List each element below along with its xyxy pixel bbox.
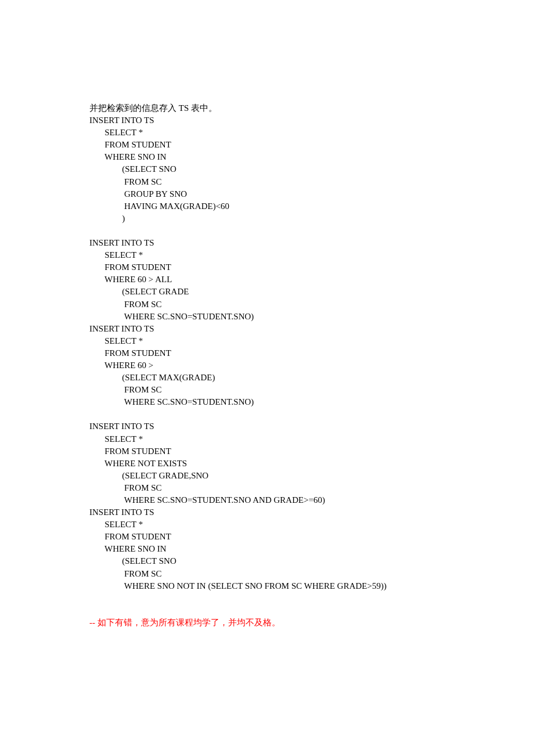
code-line: (SELECT SNO [89, 555, 534, 567]
code-line: FROM STUDENT [89, 139, 534, 151]
code-line: WHERE SNO NOT IN (SELECT SNO FROM SC WHE… [89, 580, 534, 592]
code-line: -- 如下有错，意为所有课程均学了，并均不及格。 [89, 617, 534, 629]
code-line: (SELECT SNO [89, 163, 534, 175]
code-line: SELECT * [89, 519, 534, 531]
code-line: FROM SC [89, 482, 534, 494]
code-line: WHERE SNO IN [89, 543, 534, 555]
code-line: SELECT * [89, 127, 534, 139]
code-line: INSERT INTO TS [89, 114, 534, 127]
code-line: INSERT INTO TS [89, 237, 534, 249]
code-line: ) [89, 213, 534, 225]
code-line: WHERE SC.SNO=STUDENT.SNO AND GRADE>=60) [89, 494, 534, 506]
code-line: WHERE 60 > [89, 359, 534, 372]
code-line: SELECT * [89, 335, 534, 347]
code-line: INSERT INTO TS [89, 323, 534, 335]
code-line: WHERE NOT EXISTS [89, 458, 534, 470]
code-line: FROM SC [89, 568, 534, 580]
code-line [89, 604, 534, 617]
code-line: FROM SC [89, 298, 534, 311]
code-line [89, 225, 534, 237]
code-line: HAVING MAX(GRADE)<60 [89, 200, 534, 213]
document-body: 并把检索到的信息存入 TS 表中。INSERT INTO TS SELECT *… [0, 0, 534, 756]
code-line: (SELECT GRADE [89, 286, 534, 298]
code-line [89, 592, 534, 604]
code-line: WHERE SC.SNO=STUDENT.SNO) [89, 396, 534, 408]
code-line: INSERT INTO TS [89, 420, 534, 433]
code-line: FROM STUDENT [89, 531, 534, 543]
code-line: SELECT * [89, 249, 534, 261]
code-line: GROUP BY SNO [89, 188, 534, 200]
code-line: WHERE SNO IN [89, 151, 534, 163]
code-line [89, 408, 534, 420]
code-line: (SELECT MAX(GRADE) [89, 372, 534, 384]
code-line: SELECT * [89, 433, 534, 445]
code-line: WHERE 60 > ALL [89, 273, 534, 286]
code-line: INSERT INTO TS [89, 506, 534, 519]
code-line: FROM STUDENT [89, 347, 534, 359]
code-line: FROM STUDENT [89, 445, 534, 458]
code-line: FROM STUDENT [89, 261, 534, 273]
code-line: WHERE SC.SNO=STUDENT.SNO) [89, 311, 534, 323]
code-line: 并把检索到的信息存入 TS 表中。 [89, 102, 534, 114]
code-line: FROM SC [89, 384, 534, 396]
code-line: (SELECT GRADE,SNO [89, 470, 534, 482]
code-line: FROM SC [89, 176, 534, 188]
